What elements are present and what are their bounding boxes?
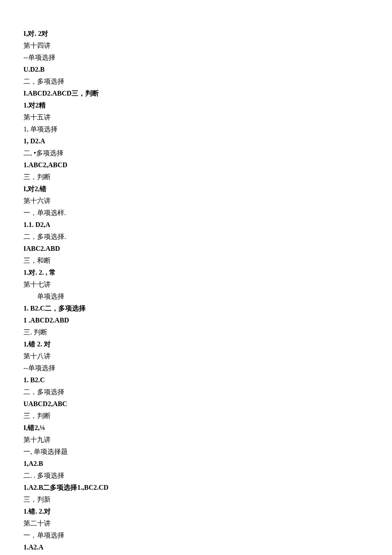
text-line: --单项选择 [23,52,369,64]
text-line: --单项选择 [23,362,369,374]
text-line: U.D2.B [23,64,369,76]
text-line: 1.对. 2. , 常 [23,267,369,279]
text-line: 1.1. D2,A [23,219,369,231]
text-line: 1.ABC2,ABCD [23,159,369,171]
text-line: 二, •多项选择 [23,147,369,159]
text-line: 1.对2精 [23,99,369,111]
text-line: 第十七讲 [23,279,369,291]
text-line: 第十九讲 [23,434,369,446]
text-line: UABCD2,ABC [23,398,369,410]
text-line: 一, 单项选择题 [23,446,369,458]
text-line: 第十八讲 [23,350,369,362]
text-line: 三，判断 [23,410,369,422]
text-line: I,错2,⅛ [23,422,369,434]
text-line: 三. 判断 [23,326,369,338]
text-line: I,对2,错 [23,183,369,195]
text-line: 第十六讲 [23,195,369,207]
text-line: 一，单项选择 [23,529,369,541]
text-line: 二，多项选择 [23,386,369,398]
text-line: 1.A2.A [23,541,369,553]
text-line: 第十四讲 [23,40,369,52]
text-line: 1. B2.C [23,374,369,386]
text-line: 二，多项选择 [23,76,369,87]
text-line: 1, 单项选择 [23,123,369,135]
text-line: 1.A2.B二多项选择1.,BC2.CD [23,482,369,494]
text-line: 三，判断 [23,171,369,183]
text-line: 单项选择 [23,291,369,302]
text-line: I,对. 2对 [23,28,369,40]
text-line: 第十五讲 [23,111,369,123]
text-line: 1.错. 2.对 [23,506,369,517]
text-line: 一，单项选样. [23,207,369,219]
text-line: 1, D2.A [23,135,369,147]
text-line: 1. B2.C二，多项选择 [23,302,369,314]
text-line: 三，和断 [23,255,369,267]
text-line: 1 .ABCD2.ABD [23,314,369,326]
text-line: 1,A2.B [23,458,369,470]
text-line: 二，多项选择. [23,231,369,243]
text-line: I.ABCD2.ABCD三，判断 [23,87,369,99]
text-line: 二. . 多项选择 [23,470,369,482]
text-line: 三，判新 [23,494,369,506]
text-line: 第二十讲 [23,517,369,529]
document-body: I,对. 2对第十四讲--单项选择U.D2.B二，多项选择I.ABCD2.ABC… [23,28,369,553]
text-line: IABC2.ABD [23,243,369,255]
text-line: 1,错 2. 对 [23,338,369,350]
